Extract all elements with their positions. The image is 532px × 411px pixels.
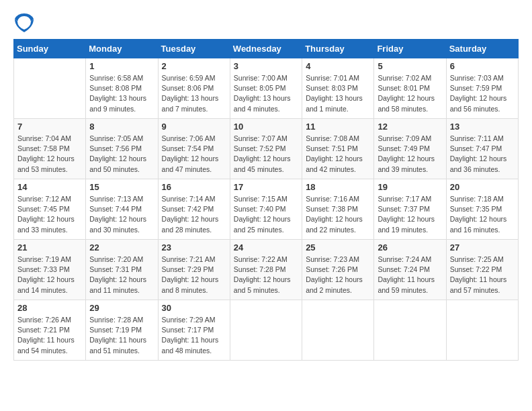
calendar-cell: 27Sunrise: 7:25 AMSunset: 7:22 PMDayligh…: [446, 240, 518, 300]
day-number: 20: [450, 182, 515, 192]
calendar-cell: 3Sunrise: 7:00 AMSunset: 8:05 PMDaylight…: [230, 58, 302, 119]
calendar-cell: [302, 300, 374, 361]
day-number: 14: [17, 182, 82, 192]
calendar-cell: 28Sunrise: 7:26 AMSunset: 7:21 PMDayligh…: [14, 300, 86, 361]
calendar-cell: 9Sunrise: 7:06 AMSunset: 7:54 PMDaylight…: [158, 119, 230, 179]
day-info: Sunrise: 7:20 AMSunset: 7:31 PMDaylight:…: [89, 255, 154, 295]
weekday-header-monday: Monday: [86, 40, 158, 58]
calendar-cell: [446, 300, 518, 361]
day-info: Sunrise: 7:18 AMSunset: 7:35 PMDaylight:…: [450, 194, 515, 235]
day-info: Sunrise: 7:15 AMSunset: 7:40 PMDaylight:…: [234, 194, 298, 235]
calendar-cell: 10Sunrise: 7:07 AMSunset: 7:52 PMDayligh…: [230, 119, 302, 179]
calendar-cell: 8Sunrise: 7:05 AMSunset: 7:56 PMDaylight…: [86, 119, 158, 179]
day-info: Sunrise: 7:12 AMSunset: 7:45 PMDaylight:…: [17, 194, 82, 235]
day-info: Sunrise: 7:13 AMSunset: 7:44 PMDaylight:…: [89, 194, 154, 235]
day-number: 1: [89, 61, 154, 71]
day-number: 26: [378, 242, 442, 253]
day-number: 3: [234, 61, 298, 71]
day-info: Sunrise: 7:17 AMSunset: 7:37 PMDaylight:…: [378, 194, 442, 235]
calendar-cell: 6Sunrise: 7:03 AMSunset: 7:59 PMDaylight…: [446, 58, 518, 119]
calendar-table: SundayMondayTuesdayWednesdayThursdayFrid…: [13, 39, 519, 361]
day-info: Sunrise: 7:19 AMSunset: 7:33 PMDaylight:…: [17, 255, 82, 295]
calendar-cell: [230, 300, 302, 361]
calendar-cell: 19Sunrise: 7:17 AMSunset: 7:37 PMDayligh…: [374, 179, 446, 240]
calendar-cell: 1Sunrise: 6:58 AMSunset: 8:08 PMDaylight…: [86, 58, 158, 119]
page-header: [13, 13, 519, 32]
day-number: 11: [306, 122, 370, 132]
calendar-cell: 30Sunrise: 7:29 AMSunset: 7:17 PMDayligh…: [158, 300, 230, 361]
day-info: Sunrise: 7:22 AMSunset: 7:28 PMDaylight:…: [234, 255, 298, 295]
day-number: 4: [306, 61, 370, 71]
day-info: Sunrise: 7:01 AMSunset: 8:03 PMDaylight:…: [306, 73, 370, 114]
day-number: 16: [162, 182, 226, 192]
day-number: 5: [378, 61, 442, 71]
calendar-cell: 5Sunrise: 7:02 AMSunset: 8:01 PMDaylight…: [374, 58, 446, 119]
day-number: 6: [450, 61, 515, 71]
calendar-cell: 16Sunrise: 7:14 AMSunset: 7:42 PMDayligh…: [158, 179, 230, 240]
weekday-header-friday: Friday: [374, 40, 446, 58]
day-info: Sunrise: 7:03 AMSunset: 7:59 PMDaylight:…: [450, 73, 515, 114]
logo: [13, 13, 35, 32]
calendar-cell: 17Sunrise: 7:15 AMSunset: 7:40 PMDayligh…: [230, 179, 302, 240]
weekday-header-thursday: Thursday: [302, 40, 374, 58]
day-number: 13: [450, 122, 515, 132]
day-info: Sunrise: 7:28 AMSunset: 7:19 PMDaylight:…: [89, 315, 154, 356]
calendar-cell: 25Sunrise: 7:23 AMSunset: 7:26 PMDayligh…: [302, 240, 374, 300]
day-info: Sunrise: 7:08 AMSunset: 7:51 PMDaylight:…: [306, 134, 370, 175]
calendar-cell: [14, 58, 86, 119]
day-number: 30: [162, 303, 226, 313]
calendar-cell: 14Sunrise: 7:12 AMSunset: 7:45 PMDayligh…: [14, 179, 86, 240]
day-number: 22: [89, 242, 154, 253]
week-row-4: 21Sunrise: 7:19 AMSunset: 7:33 PMDayligh…: [14, 240, 519, 300]
day-number: 17: [234, 182, 298, 192]
day-number: 8: [89, 122, 154, 132]
day-number: 15: [89, 182, 154, 192]
calendar-cell: 4Sunrise: 7:01 AMSunset: 8:03 PMDaylight…: [302, 58, 374, 119]
day-info: Sunrise: 6:59 AMSunset: 8:06 PMDaylight:…: [162, 73, 226, 114]
weekday-header-saturday: Saturday: [446, 40, 518, 58]
day-number: 2: [162, 61, 226, 71]
day-number: 9: [162, 122, 226, 132]
day-info: Sunrise: 6:58 AMSunset: 8:08 PMDaylight:…: [89, 73, 154, 114]
calendar-cell: 7Sunrise: 7:04 AMSunset: 7:58 PMDaylight…: [14, 119, 86, 179]
calendar-cell: 29Sunrise: 7:28 AMSunset: 7:19 PMDayligh…: [86, 300, 158, 361]
calendar-cell: 20Sunrise: 7:18 AMSunset: 7:35 PMDayligh…: [446, 179, 518, 240]
calendar-cell: 24Sunrise: 7:22 AMSunset: 7:28 PMDayligh…: [230, 240, 302, 300]
calendar-cell: [374, 300, 446, 361]
day-info: Sunrise: 7:16 AMSunset: 7:38 PMDaylight:…: [306, 194, 370, 235]
week-row-1: 1Sunrise: 6:58 AMSunset: 8:08 PMDaylight…: [14, 58, 519, 119]
day-info: Sunrise: 7:02 AMSunset: 8:01 PMDaylight:…: [378, 73, 442, 114]
calendar-cell: 22Sunrise: 7:20 AMSunset: 7:31 PMDayligh…: [86, 240, 158, 300]
day-info: Sunrise: 7:00 AMSunset: 8:05 PMDaylight:…: [234, 73, 298, 114]
day-info: Sunrise: 7:04 AMSunset: 7:58 PMDaylight:…: [17, 134, 82, 175]
week-row-2: 7Sunrise: 7:04 AMSunset: 7:58 PMDaylight…: [14, 119, 519, 179]
day-info: Sunrise: 7:11 AMSunset: 7:47 PMDaylight:…: [450, 134, 515, 175]
calendar-cell: 23Sunrise: 7:21 AMSunset: 7:29 PMDayligh…: [158, 240, 230, 300]
calendar-cell: 18Sunrise: 7:16 AMSunset: 7:38 PMDayligh…: [302, 179, 374, 240]
calendar-cell: 21Sunrise: 7:19 AMSunset: 7:33 PMDayligh…: [14, 240, 86, 300]
day-number: 24: [234, 242, 298, 253]
weekday-header-row: SundayMondayTuesdayWednesdayThursdayFrid…: [14, 40, 519, 58]
logo-icon: [15, 13, 34, 32]
week-row-5: 28Sunrise: 7:26 AMSunset: 7:21 PMDayligh…: [14, 300, 519, 361]
day-info: Sunrise: 7:23 AMSunset: 7:26 PMDaylight:…: [306, 255, 370, 295]
day-info: Sunrise: 7:24 AMSunset: 7:24 PMDaylight:…: [378, 255, 442, 295]
day-info: Sunrise: 7:29 AMSunset: 7:17 PMDaylight:…: [162, 315, 226, 356]
day-info: Sunrise: 7:21 AMSunset: 7:29 PMDaylight:…: [162, 255, 226, 295]
day-info: Sunrise: 7:14 AMSunset: 7:42 PMDaylight:…: [162, 194, 226, 235]
day-number: 21: [17, 242, 82, 253]
day-info: Sunrise: 7:26 AMSunset: 7:21 PMDaylight:…: [17, 315, 82, 356]
calendar-cell: 2Sunrise: 6:59 AMSunset: 8:06 PMDaylight…: [158, 58, 230, 119]
day-number: 12: [378, 122, 442, 132]
day-number: 25: [306, 242, 370, 253]
day-number: 28: [17, 303, 82, 313]
day-info: Sunrise: 7:25 AMSunset: 7:22 PMDaylight:…: [450, 255, 515, 295]
weekday-header-tuesday: Tuesday: [158, 40, 230, 58]
day-info: Sunrise: 7:07 AMSunset: 7:52 PMDaylight:…: [234, 134, 298, 175]
weekday-header-sunday: Sunday: [14, 40, 86, 58]
day-info: Sunrise: 7:09 AMSunset: 7:49 PMDaylight:…: [378, 134, 442, 175]
weekday-header-wednesday: Wednesday: [230, 40, 302, 58]
day-info: Sunrise: 7:06 AMSunset: 7:54 PMDaylight:…: [162, 134, 226, 175]
day-number: 27: [450, 242, 515, 253]
day-number: 29: [89, 303, 154, 313]
